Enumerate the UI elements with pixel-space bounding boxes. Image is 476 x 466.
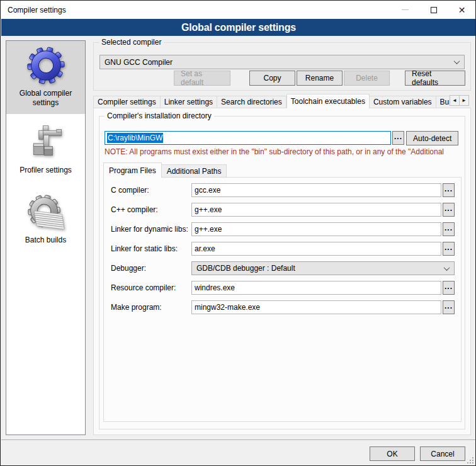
installation-directory-row: C:\raylib\MinGW ... Auto-detect — [105, 131, 460, 145]
tab-custom-variables[interactable]: Custom variables — [370, 96, 436, 108]
cpp-compiler-row: C++ compiler: ... — [111, 203, 455, 217]
sidebar-item-batch-builds[interactable]: Batch builds — [6, 188, 85, 251]
reset-defaults-button[interactable]: Reset defaults — [405, 71, 465, 86]
installation-directory-group: Compiler's installation directory C:\ray… — [99, 116, 465, 429]
tab-build-options[interactable]: Build options — [436, 96, 450, 108]
dynamic-linker-input[interactable] — [191, 222, 441, 236]
auto-detect-button[interactable]: Auto-detect — [406, 131, 458, 145]
installation-directory-value: C:\raylib\MinGW — [107, 133, 163, 143]
selected-compiler-dropdown[interactable]: GNU GCC Compiler — [99, 55, 465, 69]
resize-grip[interactable] — [467, 457, 473, 463]
titlebar: Compiler settings ✕ — [1, 1, 476, 19]
program-files-panel: C compiler: ... C++ compiler: ... Linker… — [103, 177, 462, 422]
compiler-action-buttons: Set as default Copy Rename Delete Reset … — [174, 71, 465, 86]
caliper-icon — [27, 123, 65, 162]
make-program-browse-button[interactable]: ... — [443, 300, 455, 314]
set-as-default-button[interactable]: Set as default — [174, 71, 230, 86]
dialog-header: Global compiler settings — [1, 19, 476, 36]
c-compiler-browse-button[interactable]: ... — [443, 183, 455, 197]
dialog-header-title: Global compiler settings — [181, 22, 296, 33]
installation-directory-group-label: Compiler's installation directory — [105, 111, 214, 120]
sidebar-item-label: Global compiler settings — [9, 89, 82, 108]
note-text: NOTE: All programs must exist either in … — [105, 147, 463, 156]
dynamic-linker-browse-button[interactable]: ... — [443, 222, 455, 236]
tab-search-directories[interactable]: Search directories — [217, 96, 286, 108]
selected-compiler-value: GNU GCC Compiler — [105, 58, 455, 67]
make-program-input[interactable] — [191, 300, 441, 314]
installation-directory-input[interactable]: C:\raylib\MinGW — [105, 131, 391, 145]
arrow-right-icon: ► — [462, 98, 467, 103]
debugger-value: GDB/CDB debugger : Default — [196, 264, 445, 273]
footer-divider — [1, 440, 476, 441]
arrow-left-icon: ◄ — [452, 98, 457, 103]
sidebar-item-label: Profiler settings — [20, 166, 72, 175]
subtab-additional-paths[interactable]: Additional Paths — [162, 164, 227, 178]
browse-directory-button[interactable]: ... — [392, 131, 404, 145]
static-linker-row: Linker for static libs: ... — [111, 242, 455, 256]
titlebar-controls: ✕ — [391, 1, 476, 19]
settings-tabstrip: Compiler settings Linker settings Search… — [93, 94, 450, 108]
subtab-program-files[interactable]: Program Files — [103, 162, 162, 178]
chevron-down-icon — [444, 264, 450, 271]
rename-button[interactable]: Rename — [297, 71, 343, 86]
static-linker-label: Linker for static libs: — [111, 244, 191, 253]
settings-category-list: Global compiler settings — [6, 40, 86, 435]
c-compiler-label: C compiler: — [111, 186, 191, 195]
static-linker-input[interactable] — [191, 242, 441, 256]
maximize-button[interactable] — [419, 1, 448, 19]
dynamic-linker-row: Linker for dynamic libs: ... — [111, 222, 455, 236]
delete-button[interactable]: Delete — [344, 71, 390, 86]
make-program-label: Make program: — [111, 303, 191, 312]
gear-stack-icon — [26, 193, 66, 232]
close-icon: ✕ — [458, 6, 466, 14]
debugger-label: Debugger: — [111, 264, 191, 273]
tab-scroll-right-button[interactable]: ► — [459, 95, 469, 106]
close-button[interactable]: ✕ — [448, 1, 476, 19]
cpp-compiler-browse-button[interactable]: ... — [443, 203, 455, 217]
gear-blue-icon — [26, 46, 65, 85]
window-title: Compiler settings — [1, 6, 66, 14]
sidebar-item-label: Batch builds — [25, 236, 66, 245]
c-compiler-row: C compiler: ... — [111, 183, 455, 197]
debugger-row: Debugger: GDB/CDB debugger : Default — [111, 261, 455, 275]
tab-scroll-buttons: ◄ ► — [450, 95, 469, 106]
dynamic-linker-label: Linker for dynamic libs: — [111, 225, 191, 234]
compiler-settings-dialog: Compiler settings ✕ Global compiler sett… — [0, 0, 476, 466]
copy-button[interactable]: Copy — [249, 71, 295, 86]
program-files-subtabs: Program Files Additional Paths — [103, 162, 227, 178]
resource-compiler-browse-button[interactable]: ... — [443, 281, 455, 295]
sidebar-item-global-compiler-settings[interactable]: Global compiler settings — [6, 41, 85, 114]
cpp-compiler-label: C++ compiler: — [111, 205, 191, 214]
cancel-button[interactable]: Cancel — [420, 446, 465, 461]
minimize-icon — [402, 9, 409, 10]
c-compiler-input[interactable] — [191, 183, 441, 197]
tab-toolchain-executables[interactable]: Toolchain executables — [286, 94, 370, 108]
tab-compiler-settings[interactable]: Compiler settings — [93, 96, 161, 108]
minimize-button[interactable] — [391, 1, 419, 19]
selected-compiler-group: Selected compiler GNU GCC Compiler Set a… — [93, 42, 471, 91]
maximize-icon — [431, 7, 437, 13]
cpp-compiler-input[interactable] — [191, 203, 441, 217]
resource-compiler-label: Resource compiler: — [111, 283, 191, 292]
resource-compiler-row: Resource compiler: ... — [111, 281, 455, 295]
chevron-down-icon — [454, 58, 460, 64]
selected-compiler-group-label: Selected compiler — [99, 38, 164, 47]
tab-scroll-left-button[interactable]: ◄ — [450, 95, 460, 106]
resource-compiler-input[interactable] — [191, 281, 441, 295]
ok-button[interactable]: OK — [370, 446, 415, 461]
sidebar-item-profiler-settings[interactable]: Profiler settings — [6, 118, 85, 181]
tab-linker-settings[interactable]: Linker settings — [161, 96, 217, 108]
debugger-dropdown[interactable]: GDB/CDB debugger : Default — [191, 261, 455, 275]
toolchain-executables-page: Compiler's installation directory C:\ray… — [93, 108, 471, 435]
make-program-row: Make program: ... — [111, 300, 455, 314]
static-linker-browse-button[interactable]: ... — [443, 242, 455, 256]
